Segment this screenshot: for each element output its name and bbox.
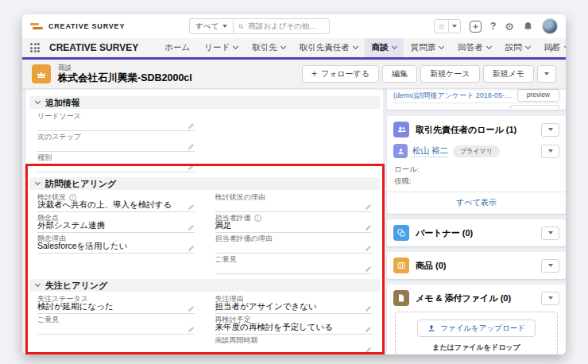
edit-pencil-icon[interactable] (365, 224, 372, 231)
edit-pencil-icon[interactable] (188, 143, 195, 150)
chevron-down-icon (280, 44, 286, 49)
edit-pencil-icon[interactable] (365, 305, 372, 312)
section-collapse-icon (35, 180, 41, 185)
contact-row-menu-button[interactable] (541, 145, 559, 158)
tab-home[interactable]: ホーム (157, 38, 197, 57)
field-next-step: 次のステップ (37, 131, 195, 152)
card-menu-button[interactable] (541, 292, 559, 305)
field-rep-evaluation: 担当者評価i 満足 (215, 212, 373, 233)
app-launcher-waffle-icon[interactable] (30, 43, 40, 52)
setup-gear-icon[interactable]: ⚙ (505, 21, 514, 32)
edit-pencil-icon[interactable] (365, 347, 372, 354)
tab-leads[interactable]: リード (197, 38, 245, 57)
section-additional-info[interactable]: 追加情報 (29, 96, 380, 109)
global-add-icon[interactable]: + (470, 21, 482, 33)
follow-button[interactable]: +フォローする (302, 65, 379, 83)
edit-pencil-icon[interactable] (188, 245, 195, 252)
help-icon[interactable]: ? (490, 21, 496, 32)
partners-icon (393, 225, 409, 241)
caret-down-icon (548, 231, 553, 234)
field-spacer (37, 335, 195, 354)
edit-pencil-icon[interactable] (188, 203, 195, 211)
global-search: すべて 商談およびその他を検索中... (189, 18, 330, 34)
contact-role-details: ロール: 役職: (387, 161, 566, 192)
tab-respondents[interactable]: 回答者 (451, 38, 498, 57)
creative-survey-logo: CREATIVE SURVEY (30, 22, 125, 31)
card-menu-button[interactable] (541, 123, 559, 137)
divider (393, 103, 559, 109)
favorites-control: ☆ (434, 19, 461, 33)
edit-pencil-icon[interactable] (365, 265, 372, 273)
card-menu-button[interactable] (541, 259, 559, 273)
new-note-button[interactable]: 新規メモ (483, 65, 534, 83)
user-avatar[interactable] (542, 18, 558, 34)
contact-name-link[interactable]: 松山 裕二 (412, 145, 448, 157)
main-content: 追加情報 リードソース 次のステップ 種別 (22, 89, 566, 354)
field-type: 種別 (37, 152, 195, 172)
favorites-menu-button[interactable] (448, 20, 460, 33)
new-case-button[interactable]: 新規ケース (420, 65, 479, 83)
tab-contacts[interactable]: 取引先責任者 (292, 38, 365, 57)
tab-questionnaires[interactable]: 質問票 (404, 38, 451, 57)
edit-button[interactable]: 編集 (382, 65, 417, 83)
section-visit-hearing[interactable]: 訪問後ヒアリング (29, 177, 380, 190)
record-title: 株式会社石川興業-SDB2000cl (58, 72, 192, 85)
global-actions: ☆ + ? ⚙ (434, 18, 558, 34)
field-spacer (215, 110, 373, 131)
notes-attachments-card: メモ & 添付ファイル (0) ファイルをアップロード またはファイルをドロップ (387, 285, 566, 354)
upload-icon (427, 324, 435, 332)
app-window: CREATIVE SURVEY すべて 商談およびその他を検索中... ☆ + … (22, 14, 566, 354)
field-lost-reason: 失注理由 担当者がアサインできない (215, 293, 373, 314)
tab-opportunities[interactable]: 商談 (365, 38, 404, 57)
primary-badge: プライマリ (453, 145, 500, 157)
record-meta: 商談 株式会社石川興業-SDB2000cl (58, 64, 192, 84)
edit-pencil-icon[interactable] (365, 326, 372, 333)
edit-pencil-icon[interactable] (188, 122, 195, 130)
tab-accounts[interactable]: 取引先 (245, 38, 292, 57)
brand-mark-icon (30, 22, 44, 31)
caret-down-icon (544, 72, 549, 76)
additional-info-fields: リードソース 次のステップ 種別 (26, 109, 383, 172)
field-spacer (215, 152, 373, 172)
section-collapse-icon (35, 281, 41, 287)
section-collapse-icon (35, 99, 41, 104)
section-lost-hearing[interactable]: 失注ヒアリング (29, 279, 380, 292)
favorite-star-icon[interactable]: ☆ (435, 20, 448, 33)
edit-pencil-icon[interactable] (365, 245, 372, 252)
search-scope-dropdown[interactable]: すべて (189, 18, 233, 34)
chevron-down-icon (353, 44, 358, 49)
global-header: CREATIVE SURVEY すべて 商談およびその他を検索中... ☆ + … (22, 14, 566, 38)
edit-nav-pencil-icon[interactable] (549, 44, 558, 52)
nav-tabs: ホーム リード 取引先 取引先責任者 商談 質問票 回答者 設問 回答 さらに表… (157, 38, 549, 57)
related-sidebar: (demo)訪問後アンケート 2018-05-21 preview 取引先責任者… (387, 89, 566, 354)
notification-bell-icon[interactable] (523, 21, 533, 32)
chevron-down-icon (222, 25, 227, 28)
info-icon[interactable]: i (254, 215, 261, 222)
edit-pencil-icon[interactable] (188, 224, 195, 231)
search-input[interactable]: 商談およびその他を検索中... (233, 18, 330, 34)
preview-button[interactable]: preview (517, 89, 559, 101)
field-spacer (37, 254, 195, 274)
field-lost-status: 失注ステータス 検討が延期になった (37, 293, 195, 314)
search-icon (238, 23, 244, 30)
brand-name: CREATIVE SURVEY (48, 22, 125, 30)
caret-down-icon (548, 149, 553, 153)
more-actions-button[interactable] (537, 65, 556, 83)
edit-pencil-icon[interactable] (188, 326, 195, 333)
upload-files-button[interactable]: ファイルをアップロード (417, 319, 536, 337)
notes-icon (393, 290, 409, 306)
card-title: メモ & 添付ファイル (0) (416, 292, 535, 304)
caret-down-icon (548, 128, 553, 131)
file-dropzone[interactable]: ファイルをアップロード またはファイルをドロップ (395, 312, 558, 354)
app-nav-bar: CREATIVE SURVEY ホーム リード 取引先 取引先責任者 商談 質問… (22, 38, 566, 60)
caret-down-icon (548, 264, 553, 267)
card-menu-button[interactable] (541, 227, 559, 240)
tab-questions[interactable]: 設問 (498, 38, 537, 57)
edit-pencil-icon[interactable] (188, 305, 195, 312)
record-header: 商談 株式会社石川興業-SDB2000cl +フォローする 編集 新規ケース 新… (22, 60, 566, 89)
survey-link[interactable]: (demo)訪問後アンケート 2018-05-21 (393, 91, 513, 101)
edit-pencil-icon[interactable] (188, 164, 195, 171)
field-reopen-timing: 商談再開時期 (215, 335, 373, 354)
view-all-link[interactable]: すべて表示 (387, 192, 566, 214)
edit-pencil-icon[interactable] (365, 203, 372, 211)
